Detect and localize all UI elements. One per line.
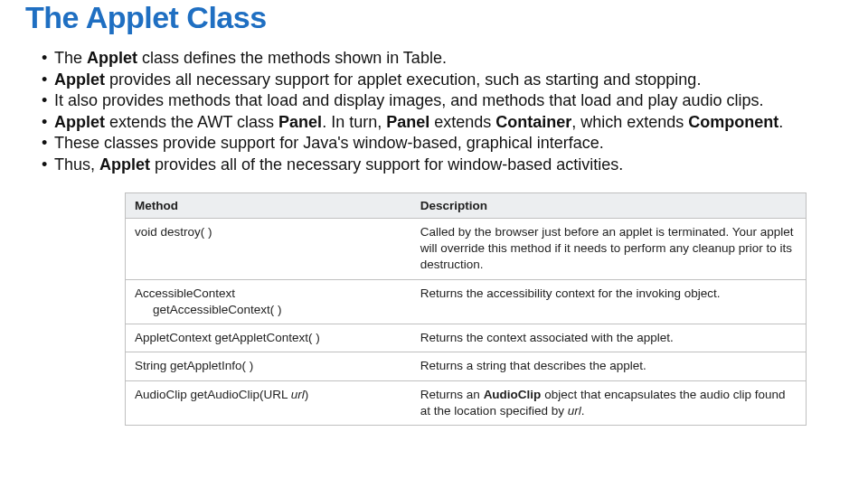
col-method: Method bbox=[126, 193, 411, 219]
cell-desc: Returns a string that describes the appl… bbox=[411, 352, 806, 380]
list-item: The Applet class defines the methods sho… bbox=[42, 48, 843, 69]
cell-method: void destroy( ) bbox=[126, 219, 411, 280]
table-row: AccessibleContextgetAccessibleContext( )… bbox=[126, 279, 806, 324]
table-row: AudioClip getAudioClip(URL url) Returns … bbox=[126, 380, 806, 425]
table-header-row: Method Description bbox=[126, 193, 806, 219]
cell-desc: Returns the context associated with the … bbox=[411, 324, 806, 352]
cell-method: AppletContext getAppletContext( ) bbox=[126, 324, 411, 352]
cell-desc: Returns the accessibility context for th… bbox=[411, 279, 806, 324]
col-description: Description bbox=[411, 193, 806, 219]
method-table: Method Description void destroy( ) Calle… bbox=[126, 193, 806, 425]
list-item: Thus, Applet provides all of the necessa… bbox=[42, 155, 843, 175]
table-row: String getAppletInfo( ) Returns a string… bbox=[126, 352, 806, 380]
slide-title: The Applet Class bbox=[25, 0, 843, 35]
slide: The Applet Class The Applet class define… bbox=[0, 0, 868, 488]
table-row: void destroy( ) Called by the browser ju… bbox=[126, 219, 806, 280]
list-item: These classes provide support for Java's… bbox=[42, 133, 843, 154]
list-item: Applet provides all necessary support fo… bbox=[42, 70, 843, 90]
list-item: It also provides methods that load and d… bbox=[42, 90, 843, 111]
table-row: AppletContext getAppletContext( ) Return… bbox=[126, 324, 806, 352]
cell-desc: Returns an AudioClip object that encapsu… bbox=[411, 380, 806, 425]
cell-method: AudioClip getAudioClip(URL url) bbox=[126, 380, 411, 425]
cell-desc: Called by the browser just before an app… bbox=[411, 219, 806, 280]
bullet-list: The Applet class defines the methods sho… bbox=[25, 48, 843, 174]
cell-method: AccessibleContextgetAccessibleContext( ) bbox=[126, 279, 411, 324]
method-table-wrap: Method Description void destroy( ) Calle… bbox=[125, 192, 807, 426]
cell-method: String getAppletInfo( ) bbox=[126, 352, 411, 380]
list-item: Applet extends the AWT class Panel. In t… bbox=[42, 112, 843, 133]
